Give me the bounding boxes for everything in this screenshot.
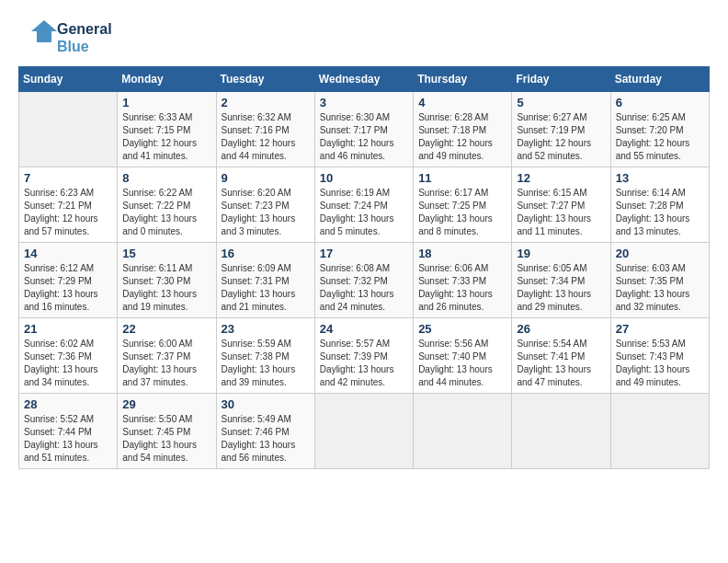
day-number: 7 — [24, 171, 112, 185]
calendar-cell: 4Sunrise: 6:28 AMSunset: 7:18 PMDaylight… — [414, 92, 512, 167]
weekday-header-saturday: Saturday — [610, 67, 709, 92]
calendar-header: SundayMondayTuesdayWednesdayThursdayFrid… — [19, 67, 710, 92]
calendar-cell: 20Sunrise: 6:03 AMSunset: 7:35 PMDayligh… — [610, 243, 709, 318]
day-info: Sunrise: 6:05 AMSunset: 7:34 PMDaylight:… — [517, 262, 605, 314]
day-info: Sunrise: 6:22 AMSunset: 7:22 PMDaylight:… — [122, 187, 210, 238]
day-number: 21 — [24, 322, 112, 336]
day-info: Sunrise: 6:27 AMSunset: 7:19 PMDaylight:… — [517, 111, 605, 163]
day-info: Sunrise: 6:00 AMSunset: 7:37 PMDaylight:… — [122, 338, 210, 389]
day-number: 22 — [122, 322, 210, 336]
logo-line1: General — [57, 20, 112, 38]
day-number: 6 — [616, 96, 704, 109]
calendar-cell: 25Sunrise: 5:56 AMSunset: 7:40 PMDayligh… — [414, 318, 512, 394]
day-number: 16 — [222, 247, 310, 260]
calendar-cell: 8Sunrise: 6:22 AMSunset: 7:22 PMDaylight… — [118, 167, 216, 243]
day-info: Sunrise: 6:12 AMSunset: 7:29 PMDaylight:… — [24, 262, 112, 314]
day-number: 9 — [222, 171, 310, 185]
calendar-cell: 6Sunrise: 6:25 AMSunset: 7:20 PMDaylight… — [610, 92, 709, 167]
calendar-table: SundayMondayTuesdayWednesdayThursdayFrid… — [18, 66, 710, 469]
weekday-header-row: SundayMondayTuesdayWednesdayThursdayFrid… — [19, 67, 710, 92]
day-number: 1 — [122, 96, 210, 109]
day-info: Sunrise: 6:30 AMSunset: 7:17 PMDaylight:… — [320, 111, 408, 163]
calendar-week-row: 28Sunrise: 5:52 AMSunset: 7:44 PMDayligh… — [19, 394, 710, 469]
calendar-cell: 12Sunrise: 6:15 AMSunset: 7:27 PMDayligh… — [512, 167, 610, 243]
day-number: 25 — [418, 322, 506, 336]
calendar-cell — [414, 394, 512, 469]
day-info: Sunrise: 6:28 AMSunset: 7:18 PMDaylight:… — [418, 111, 506, 163]
day-number: 5 — [517, 96, 605, 109]
calendar-cell: 19Sunrise: 6:05 AMSunset: 7:34 PMDayligh… — [512, 243, 610, 318]
weekday-header-tuesday: Tuesday — [216, 67, 314, 92]
calendar-cell — [19, 92, 118, 167]
logo-line2: Blue — [57, 38, 112, 55]
calendar-cell — [512, 394, 610, 469]
day-info: Sunrise: 6:19 AMSunset: 7:24 PMDaylight:… — [320, 187, 408, 238]
day-info: Sunrise: 6:09 AMSunset: 7:31 PMDaylight:… — [222, 262, 310, 314]
calendar-cell: 14Sunrise: 6:12 AMSunset: 7:29 PMDayligh… — [19, 243, 118, 318]
weekday-header-wednesday: Wednesday — [314, 67, 413, 92]
calendar-week-row: 7Sunrise: 6:23 AMSunset: 7:21 PMDaylight… — [19, 167, 710, 243]
day-info: Sunrise: 6:33 AMSunset: 7:15 PMDaylight:… — [122, 111, 210, 163]
day-number: 17 — [320, 247, 408, 260]
day-info: Sunrise: 6:32 AMSunset: 7:16 PMDaylight:… — [222, 111, 310, 163]
day-info: Sunrise: 5:52 AMSunset: 7:44 PMDaylight:… — [24, 413, 112, 465]
day-info: Sunrise: 6:02 AMSunset: 7:36 PMDaylight:… — [24, 338, 112, 389]
logo: GeneralBlue — [18, 18, 112, 57]
day-info: Sunrise: 6:15 AMSunset: 7:27 PMDaylight:… — [517, 187, 605, 238]
calendar-cell: 3Sunrise: 6:30 AMSunset: 7:17 PMDaylight… — [314, 92, 413, 167]
day-number: 3 — [320, 96, 408, 109]
calendar-cell: 24Sunrise: 5:57 AMSunset: 7:39 PMDayligh… — [314, 318, 413, 394]
calendar-cell: 7Sunrise: 6:23 AMSunset: 7:21 PMDaylight… — [19, 167, 118, 243]
day-number: 2 — [222, 96, 310, 109]
day-number: 29 — [122, 397, 210, 411]
day-info: Sunrise: 5:59 AMSunset: 7:38 PMDaylight:… — [222, 338, 310, 389]
calendar-cell: 15Sunrise: 6:11 AMSunset: 7:30 PMDayligh… — [118, 243, 216, 318]
calendar-cell: 16Sunrise: 6:09 AMSunset: 7:31 PMDayligh… — [216, 243, 314, 318]
calendar-cell: 23Sunrise: 5:59 AMSunset: 7:38 PMDayligh… — [216, 318, 314, 394]
day-number: 14 — [24, 247, 112, 260]
calendar-cell: 21Sunrise: 6:02 AMSunset: 7:36 PMDayligh… — [19, 318, 118, 394]
calendar-cell: 2Sunrise: 6:32 AMSunset: 7:16 PMDaylight… — [216, 92, 314, 167]
calendar-week-row: 21Sunrise: 6:02 AMSunset: 7:36 PMDayligh… — [19, 318, 710, 394]
calendar-cell: 13Sunrise: 6:14 AMSunset: 7:28 PMDayligh… — [610, 167, 709, 243]
day-number: 30 — [222, 397, 310, 411]
day-number: 13 — [616, 171, 704, 185]
calendar-cell: 9Sunrise: 6:20 AMSunset: 7:23 PMDaylight… — [216, 167, 314, 243]
logo-icon — [18, 18, 57, 57]
day-info: Sunrise: 6:25 AMSunset: 7:20 PMDaylight:… — [616, 111, 704, 163]
day-number: 27 — [616, 322, 704, 336]
day-number: 26 — [517, 322, 605, 336]
day-number: 4 — [418, 96, 506, 109]
day-info: Sunrise: 5:54 AMSunset: 7:41 PMDaylight:… — [517, 338, 605, 389]
day-info: Sunrise: 5:56 AMSunset: 7:40 PMDaylight:… — [418, 338, 506, 389]
calendar-cell: 17Sunrise: 6:08 AMSunset: 7:32 PMDayligh… — [314, 243, 413, 318]
day-info: Sunrise: 6:20 AMSunset: 7:23 PMDaylight:… — [222, 187, 310, 238]
calendar-cell: 5Sunrise: 6:27 AMSunset: 7:19 PMDaylight… — [512, 92, 610, 167]
calendar-week-row: 1Sunrise: 6:33 AMSunset: 7:15 PMDaylight… — [19, 92, 710, 167]
day-number: 10 — [320, 171, 408, 185]
calendar-cell: 27Sunrise: 5:53 AMSunset: 7:43 PMDayligh… — [610, 318, 709, 394]
calendar-cell: 30Sunrise: 5:49 AMSunset: 7:46 PMDayligh… — [216, 394, 314, 469]
day-info: Sunrise: 6:03 AMSunset: 7:35 PMDaylight:… — [616, 262, 704, 314]
day-info: Sunrise: 5:57 AMSunset: 7:39 PMDaylight:… — [320, 338, 408, 389]
weekday-header-friday: Friday — [512, 67, 610, 92]
calendar-cell: 26Sunrise: 5:54 AMSunset: 7:41 PMDayligh… — [512, 318, 610, 394]
weekday-header-sunday: Sunday — [19, 67, 118, 92]
day-number: 28 — [24, 397, 112, 411]
day-info: Sunrise: 6:14 AMSunset: 7:28 PMDaylight:… — [616, 187, 704, 238]
calendar-cell: 22Sunrise: 6:00 AMSunset: 7:37 PMDayligh… — [118, 318, 216, 394]
weekday-header-monday: Monday — [118, 67, 216, 92]
calendar-cell — [314, 394, 413, 469]
day-number: 19 — [517, 247, 605, 260]
calendar-cell — [610, 394, 709, 469]
day-number: 20 — [616, 247, 704, 260]
day-info: Sunrise: 5:49 AMSunset: 7:46 PMDaylight:… — [222, 413, 310, 465]
weekday-header-thursday: Thursday — [414, 67, 512, 92]
day-number: 24 — [320, 322, 408, 336]
calendar-cell: 11Sunrise: 6:17 AMSunset: 7:25 PMDayligh… — [414, 167, 512, 243]
day-info: Sunrise: 5:53 AMSunset: 7:43 PMDaylight:… — [616, 338, 704, 389]
day-number: 23 — [222, 322, 310, 336]
day-info: Sunrise: 6:23 AMSunset: 7:21 PMDaylight:… — [24, 187, 112, 238]
day-number: 15 — [122, 247, 210, 260]
day-info: Sunrise: 6:11 AMSunset: 7:30 PMDaylight:… — [122, 262, 210, 314]
